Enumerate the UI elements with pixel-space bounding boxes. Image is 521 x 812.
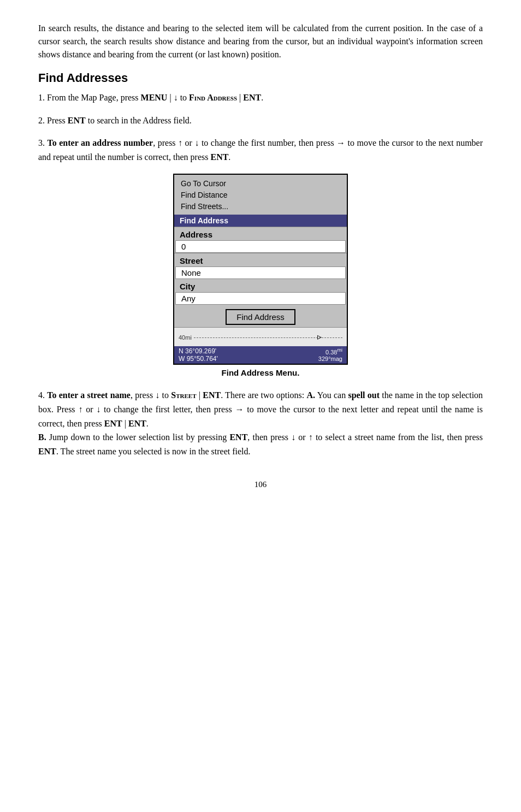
step4-smallcaps: Street (171, 390, 196, 400)
bearing-val: 329° (318, 355, 331, 362)
step1-text-before: From the Map Page, press (47, 93, 141, 102)
menu-caption: Find Address Menu. (222, 368, 300, 377)
step4-b-bold1: ENT (229, 432, 247, 442)
step1-smallcaps: Find Address (189, 93, 237, 102)
section-title: Find Addresses (38, 71, 483, 85)
step2-text-before: Press (47, 116, 68, 125)
bearing-unit: mag (331, 355, 342, 362)
dist-display: 0.38mi (318, 347, 342, 355)
step4-a-label: A. (307, 390, 316, 400)
menu-top-item-2: Find Distance (181, 189, 340, 201)
step-3: 3. To enter an address number, press ↑ o… (38, 136, 483, 164)
coord1-dir: N (179, 347, 183, 355)
menu-top: Go To Cursor Find Distance Find Streets.… (174, 175, 347, 215)
menu-box: Go To Cursor Find Distance Find Streets.… (173, 174, 348, 365)
page-number: 106 (38, 480, 483, 489)
step4-a-bold2: ENT (104, 419, 122, 428)
menu-header-row: Find Address (174, 215, 347, 227)
map-line: ▹ (194, 337, 342, 338)
menu-map-area: 40mi ▹ (174, 327, 347, 346)
step4-a-text1: You can (315, 390, 348, 400)
step4-b-text3: . The street name you selected is now in… (56, 447, 251, 456)
step2-bold1: ENT (68, 116, 86, 125)
menu-map-visual: 40mi ▹ (179, 330, 342, 345)
step-1: 1. From the Map Page, press MENU | ↓ to … (38, 91, 483, 105)
menu-city-label: City (174, 279, 347, 292)
menu-find-btn-row: Find Address (174, 305, 347, 327)
step4-a-text3: . (146, 419, 149, 428)
step4-b-label: B. (38, 432, 46, 442)
step2-num: 2. (38, 116, 45, 125)
step4-text2: | (197, 390, 203, 400)
menu-street-value: None (175, 266, 346, 279)
step4-b-text2: , then press ↓ or ↑ to select a street n… (247, 432, 483, 442)
menu-address-label: Address (174, 227, 347, 240)
bearing-display: 329°mag (318, 355, 342, 362)
intro-paragraph: In search results, the distance and bear… (38, 22, 483, 61)
step4-bold-intro: To enter a street name (47, 390, 131, 400)
step1-text-after: . (261, 93, 263, 102)
coord2-dir: W (179, 355, 185, 363)
step4-b-text1: Jump down to the lower selection list by… (46, 432, 230, 442)
dist-val: 0.38 (325, 349, 337, 355)
menu-container: Go To Cursor Find Distance Find Streets.… (38, 174, 483, 385)
step4-a-sep: | (122, 419, 128, 428)
step4-a-bold3: ENT (128, 419, 146, 428)
step3-bold-end: ENT (210, 152, 228, 162)
step1-bold2: ENT (243, 93, 261, 102)
menu-find-btn[interactable]: Find Address (226, 309, 295, 325)
menu-top-item-3: Find Streets... (181, 201, 340, 212)
step4-a-bold: spell out (348, 390, 380, 400)
step3-text-end: . (228, 152, 230, 162)
menu-city-value: Any (175, 292, 346, 305)
coords-left: N 36°09.269' W 95°50.764' (179, 347, 218, 363)
step4-text3: . There are two options: (221, 390, 306, 400)
step4-text1: , press ↓ to (131, 390, 171, 400)
menu-coords: N 36°09.269' W 95°50.764' 0.38mi 329°mag (174, 346, 347, 364)
step-2: 2. Press ENT to search in the Address fi… (38, 114, 483, 128)
step1-bold1: MENU (141, 93, 168, 102)
menu-street-label: Street (174, 253, 347, 266)
step3-bold-intro: To enter an address number (48, 138, 153, 147)
step4-num: 4. (38, 390, 45, 400)
step4-b-bold2: ENT (38, 447, 56, 456)
step4-bold2: ENT (203, 390, 221, 400)
step1-sep1: | ↓ to (167, 93, 189, 102)
coord1-val: 36°09.269' (185, 347, 216, 355)
coords-right: 0.38mi 329°mag (318, 347, 342, 363)
step1-num: 1. (38, 93, 45, 102)
coord2: W 95°50.764' (179, 355, 218, 363)
map-marker-icon: ▹ (317, 331, 322, 342)
map-distance-label: 40mi (179, 334, 192, 341)
dist-unit: mi (338, 347, 343, 353)
step-4: 4. To enter a street name, press ↓ to St… (38, 388, 483, 458)
coord2-val: 95°50.764' (187, 355, 218, 363)
step1-sep2: | (237, 93, 243, 102)
menu-address-value: 0 (175, 240, 346, 253)
menu-top-item-1: Go To Cursor (181, 178, 340, 189)
step3-num: 3. (38, 138, 45, 147)
step2-text-after: to search in the Address field. (86, 116, 192, 125)
coord1: N 36°09.269' (179, 347, 218, 355)
